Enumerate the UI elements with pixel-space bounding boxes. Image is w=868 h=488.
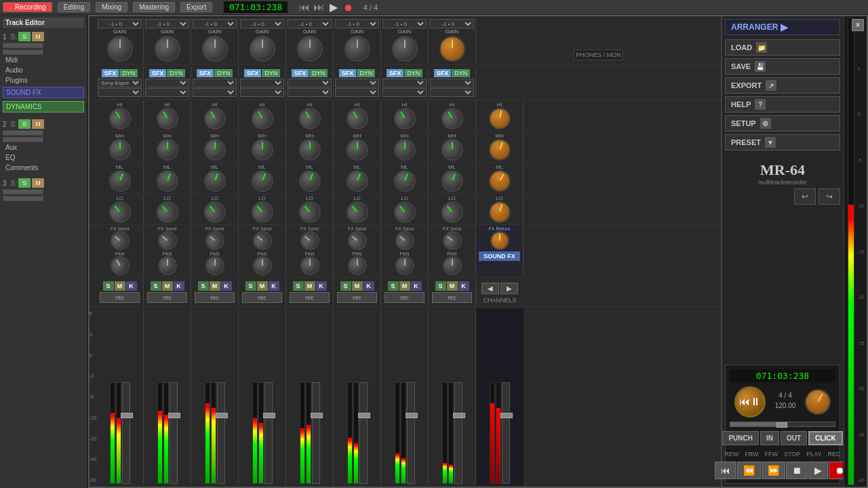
ch6-dyn-btn[interactable]: DYN (357, 69, 375, 77)
undo-btn[interactable]: ↩ (794, 188, 816, 205)
ch2-rec-btn[interactable]: rec (147, 292, 187, 303)
ch6-lo-knob[interactable] (342, 197, 372, 227)
ch3-pan-knob[interactable] (205, 256, 224, 275)
punch-btn[interactable]: PUNCH (722, 431, 759, 445)
export-right-btn[interactable]: EXPORT ↗ (725, 77, 840, 94)
ch5-fader-handle[interactable] (311, 413, 323, 418)
click-btn[interactable]: CLICK (808, 431, 843, 445)
redo-btn[interactable]: ↪ (818, 188, 840, 205)
ch8-fader[interactable] (454, 382, 462, 484)
ch2-dropdown2[interactable] (145, 88, 189, 97)
ch2-fader-handle[interactable] (168, 413, 180, 418)
ch4-k-btn[interactable]: K (269, 281, 279, 291)
ch7-pan-knob[interactable] (395, 256, 414, 275)
ch1-fader-handle[interactable] (121, 413, 133, 418)
ch7-gain-knob[interactable] (392, 36, 418, 62)
play-big-btn[interactable]: ▶ (808, 462, 828, 479)
track3-vol-slider[interactable] (3, 189, 43, 195)
ch2-pan-knob[interactable] (158, 256, 177, 275)
fxr-ml-knob[interactable] (485, 166, 515, 196)
ch4-fxsend-knob[interactable] (249, 227, 275, 253)
ch6-rec-btn[interactable]: rec (337, 292, 377, 303)
ch6-fxsend-knob[interactable] (344, 227, 370, 253)
ch2-mh-knob[interactable] (157, 139, 178, 161)
ch4-dropdown2[interactable] (240, 88, 284, 97)
plugin-sound-fx[interactable]: SOUND FX (3, 87, 84, 98)
ch8-sfx-btn[interactable]: SFX (434, 69, 452, 77)
help-btn[interactable]: HELP ? (725, 96, 840, 113)
ch3-lo-knob[interactable] (199, 197, 230, 227)
ch4-fader[interactable] (264, 382, 273, 484)
ch5-gain-knob[interactable] (297, 36, 323, 62)
fxr-hi-knob[interactable] (487, 106, 512, 131)
ch5-rec-btn[interactable]: rec (290, 292, 330, 303)
ch3-fader-handle[interactable] (216, 413, 228, 418)
sidebar-plugins[interactable]: Plugins (3, 75, 84, 85)
ch1-fader[interactable] (122, 382, 130, 484)
ch5-sfx-btn[interactable]: SFX (292, 69, 309, 77)
ch7-fxsend-knob[interactable] (391, 227, 418, 253)
ch8-pan-knob[interactable] (443, 256, 462, 275)
ch5-lo-knob[interactable] (294, 197, 325, 227)
ch1-dyn-btn[interactable]: DYN (119, 69, 138, 77)
ch7-lo-knob[interactable] (389, 197, 420, 227)
mastering-btn[interactable]: Mastering (133, 2, 175, 12)
ch2-hi-knob[interactable] (153, 104, 182, 134)
ch1-gain-knob[interactable] (107, 36, 133, 62)
ch7-rec-btn[interactable]: rec (384, 292, 425, 303)
ch3-hi-knob[interactable] (200, 104, 230, 134)
fxr-mh-knob[interactable] (486, 136, 513, 163)
sidebar-eq[interactable]: EQ (3, 152, 84, 163)
sidebar-comments[interactable]: Comments (3, 163, 84, 173)
ch4-dyn-btn[interactable]: DYN (262, 69, 280, 77)
ch4-pan-knob[interactable] (253, 256, 272, 275)
ch2-m-btn[interactable]: M (162, 281, 173, 291)
ch6-gain-dropdown[interactable]: -1 • 0 (335, 19, 379, 28)
ch1-lo-knob[interactable] (104, 197, 135, 227)
ch4-s-btn[interactable]: S (245, 281, 256, 291)
ch3-m-btn[interactable]: M (210, 281, 220, 291)
sidebar-audio[interactable]: Audio (3, 65, 84, 75)
ch8-lo-knob[interactable] (437, 197, 467, 227)
ch4-hi-knob[interactable] (248, 104, 277, 134)
load-btn[interactable]: LOAD 📁 (725, 39, 840, 56)
ch6-sfx-btn[interactable]: SFX (339, 69, 357, 77)
ch8-m-btn[interactable]: M (447, 281, 458, 291)
ch5-mh-knob[interactable] (299, 139, 321, 161)
ch8-dyn-btn[interactable]: DYN (452, 69, 470, 77)
fxr-fxsend-knob[interactable] (490, 231, 509, 250)
ch1-s-btn[interactable]: S (103, 281, 114, 291)
track2-s-btn[interactable]: S (18, 119, 31, 129)
sidebar-midi[interactable]: Midi (3, 55, 84, 65)
ch3-sfx-btn[interactable]: SFX (197, 69, 214, 77)
ch6-gain-knob[interactable] (344, 36, 370, 62)
ch3-rec-btn[interactable]: rec (195, 292, 235, 303)
ch4-mh-knob[interactable] (252, 139, 273, 161)
ch7-fader-handle[interactable] (406, 413, 418, 418)
ch5-pan-knob[interactable] (300, 256, 319, 275)
tempo-knob[interactable] (800, 384, 835, 420)
plugin-dynamics[interactable]: DYNAMICS (3, 101, 84, 113)
ch7-ml-knob[interactable] (391, 167, 418, 195)
ch5-dropdown2[interactable] (288, 88, 332, 97)
ch1-rec-btn[interactable]: rec (100, 292, 140, 303)
ch7-fader[interactable] (407, 382, 415, 484)
arranger-btn[interactable]: ARRANGER ▶ (725, 19, 840, 35)
ch3-ml-knob[interactable] (201, 167, 229, 195)
stop-btn[interactable]: ⏹ (786, 462, 808, 479)
ch1-sub-dropdown[interactable] (98, 88, 142, 97)
ch2-gain-dropdown[interactable]: -1 • 0 (145, 19, 189, 28)
ch3-k-btn[interactable]: K (221, 281, 232, 291)
ch6-pan-knob[interactable] (348, 256, 367, 275)
ch7-mh-knob[interactable] (394, 139, 416, 161)
ch3-dropdown1[interactable] (193, 79, 237, 87)
fbw-btn[interactable]: ⏪ (737, 462, 761, 479)
ch8-gain-dropdown[interactable]: -1 • 0 (430, 19, 474, 28)
ch8-k-btn[interactable]: K (458, 281, 469, 291)
ch7-m-btn[interactable]: M (399, 281, 410, 291)
ffw-btn[interactable]: ⏩ (762, 462, 785, 479)
sidebar-aux[interactable]: Aux (3, 142, 84, 152)
ch7-k-btn[interactable]: K (411, 281, 422, 291)
ch8-mh-knob[interactable] (441, 139, 463, 161)
ch3-s-btn[interactable]: S (198, 281, 209, 291)
